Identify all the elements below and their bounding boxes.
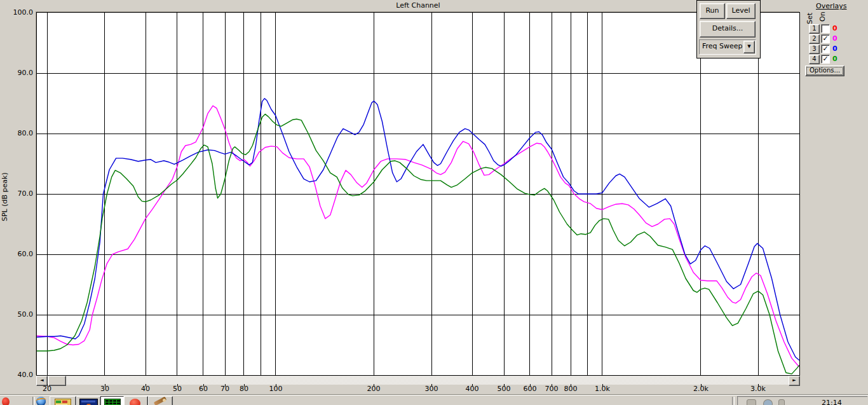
- paintbrush-tip: [163, 399, 166, 402]
- plot-canvas: [37, 13, 799, 375]
- x-tick-label: 50: [173, 385, 182, 393]
- taskbar-clock: 21:14: [822, 399, 842, 405]
- x-tick-label: 20: [43, 385, 51, 393]
- overlay-value-3: 0: [832, 45, 845, 53]
- overlay-value-2: 0: [832, 34, 845, 43]
- tray-separator: [732, 397, 735, 405]
- x-tick-label: 800: [564, 385, 578, 393]
- x-tick-label: 500: [498, 385, 511, 393]
- x-tick-label: 700: [545, 385, 559, 393]
- tray-icon-2[interactable]: [763, 399, 773, 405]
- y-tick-label: 40.0: [4, 371, 33, 379]
- y-tick-label: 70.0: [4, 189, 33, 198]
- overlay-set-button-2[interactable]: 2: [809, 34, 820, 44]
- x-tick-label: 30: [100, 385, 109, 393]
- taskbar-button-analyzer[interactable]: [100, 396, 124, 405]
- chart-title: Left Channel: [36, 0, 800, 11]
- x-tick-label: 3.0k: [750, 385, 766, 393]
- x-tick-label: 1.0k: [595, 385, 610, 393]
- ie-globe-icon[interactable]: [36, 397, 46, 405]
- run-button[interactable]: Run: [700, 3, 725, 19]
- overlays-set-column-label: Set: [806, 9, 814, 24]
- red-app-icon[interactable]: [2, 397, 10, 405]
- folder-icon: [55, 399, 71, 405]
- options-button[interactable]: Options...: [805, 65, 844, 76]
- y-tick-label: 90.0: [4, 69, 33, 77]
- x-tick-label: 400: [466, 385, 479, 393]
- taskbar-button-folder[interactable]: [50, 396, 76, 405]
- red-circle-icon: [130, 399, 140, 405]
- x-tick-label: 80: [240, 385, 248, 393]
- overlay-on-checkbox-1[interactable]: [821, 24, 830, 33]
- x-tick-label: 40: [141, 385, 150, 393]
- focus-rectangle: [806, 67, 843, 75]
- x-tick-label: 70: [220, 385, 229, 393]
- horizontal-scrollbar[interactable]: ◄ ►: [36, 376, 800, 385]
- overlay-on-checkbox-2[interactable]: ✓: [821, 34, 830, 43]
- overlays-on-column-label: On: [818, 9, 827, 22]
- x-tick-label: 60: [199, 385, 208, 393]
- x-tick-label: 300: [425, 385, 438, 393]
- y-tick-label: 100.0: [4, 8, 33, 17]
- overlay-set-button-3[interactable]: 3: [809, 45, 820, 54]
- x-tick-label: 100: [269, 385, 283, 393]
- overlay-on-checkbox-4[interactable]: ✓: [821, 55, 830, 64]
- taskbar-button-paint[interactable]: [148, 396, 173, 405]
- tray-icon-1[interactable]: [747, 399, 756, 405]
- taskbar: 21:14: [0, 394, 868, 405]
- right-arrow-icon: ►: [792, 378, 796, 383]
- details-button[interactable]: Details...: [700, 21, 756, 38]
- taskbar-button-red[interactable]: [124, 396, 148, 405]
- level-button[interactable]: Level: [726, 3, 756, 19]
- overlay-set-button-4[interactable]: 4: [809, 55, 820, 64]
- rta-grid-icon: [104, 399, 121, 405]
- ie-swoosh: [35, 397, 46, 404]
- control-panel: Run Level Details... Freq Sweep ▼: [696, 0, 761, 58]
- scroll-right-button[interactable]: ►: [789, 376, 800, 386]
- system-tray: 21:14: [737, 396, 867, 405]
- overlay-set-button-1[interactable]: 1: [809, 24, 820, 34]
- window-thumbnail-icon: [79, 399, 98, 405]
- x-tick-label: 2.0k: [693, 385, 709, 393]
- overlay-value-4: 0: [832, 55, 845, 63]
- y-tick-label: 80.0: [4, 129, 33, 137]
- dropdown-arrow-button[interactable]: ▼: [743, 41, 755, 53]
- taskbar-separator: [32, 397, 35, 405]
- x-tick-label: 600: [524, 385, 537, 393]
- spl-frequency-plot: [36, 12, 800, 376]
- y-tick-label: 50.0: [4, 310, 33, 319]
- sweep-mode-dropdown[interactable]: Freq Sweep ▼: [699, 39, 756, 55]
- sweep-mode-value: Freq Sweep: [702, 42, 743, 50]
- left-arrow-icon: ◄: [40, 378, 43, 383]
- overlay-on-checkbox-3[interactable]: ✓: [821, 45, 830, 53]
- overlay-value-1: 0: [832, 24, 845, 32]
- y-tick-label: 60.0: [4, 250, 33, 258]
- x-tick-label: 200: [367, 385, 381, 393]
- tray-icon-3[interactable]: [778, 399, 785, 405]
- taskbar-button-window[interactable]: [76, 396, 101, 405]
